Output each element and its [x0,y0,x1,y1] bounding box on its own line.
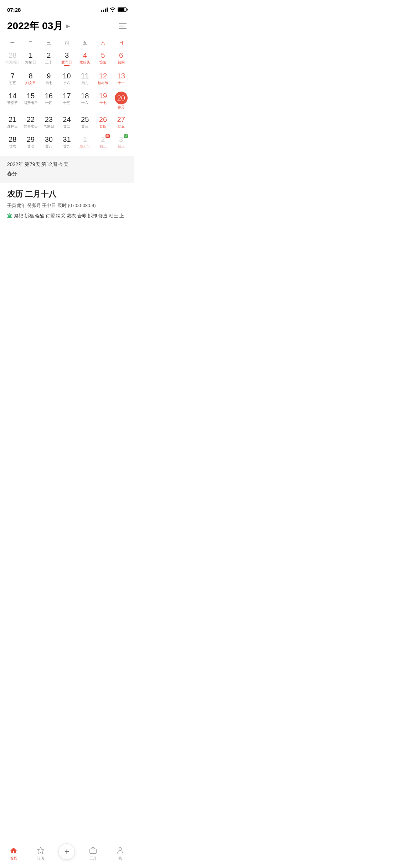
day-sub: 初五 [9,81,16,85]
day-cell[interactable]: 25廿三 [76,113,94,133]
day-number: 3休 [119,135,123,144]
day-cell[interactable]: 10初八 [58,69,76,89]
day-sub: 海豹日 [25,60,36,64]
day-cell[interactable]: 2三十 [40,49,58,69]
day-sub: 廿四 [99,124,107,129]
day-cell[interactable]: 4龙抬头 [76,49,94,69]
day-sub: 十七 [99,101,107,105]
day-cell[interactable]: 24廿二 [58,113,76,133]
month-arrow-icon: ▶ [66,23,70,29]
day-sub: 妇女节 [25,81,36,85]
day-number: 30 [45,135,53,144]
weekday-sat: 六 [94,38,112,47]
day-sub: 气象日 [43,124,54,129]
month-title-text: 2022年 03月 [7,19,63,33]
day-sub: 十六 [81,101,88,105]
day-cell[interactable]: 11初九 [76,69,94,89]
wifi-icon [110,7,115,12]
day-sub: 惊蛰 [99,60,107,64]
day-sub: 世界水日 [24,124,38,129]
day-number: 23 [45,115,53,124]
weekday-sun: 日 [112,38,130,47]
battery-icon [118,7,127,12]
day-number: 5 [101,51,105,60]
day-cell[interactable]: 20春分 [112,89,130,113]
weekday-tue: 二 [22,38,40,47]
day-cell[interactable]: 28廿六 [4,133,22,153]
day-cell[interactable]: 12植树节 [94,69,112,89]
day-sub: 初九 [81,81,88,85]
day-sub: 廿五 [118,124,125,129]
day-number: 7 [11,72,15,80]
menu-button[interactable] [119,24,127,29]
day-sub: 十一 [118,81,125,85]
day-cell[interactable]: 18十六 [76,89,94,113]
day-cell[interactable]: 15消费者日 [22,89,40,113]
day-sub: 廿六 [9,144,16,149]
day-sub: 罕见病日 [5,60,20,64]
day-cell[interactable]: 9初七 [40,69,58,89]
day-number: 11 [81,72,89,80]
day-number: 3 [65,51,69,60]
day-sub: 初三 [118,144,125,149]
calendar: 一 二 三 四 五 六 日 28罕见病日1海豹日2三十3爱耳日4龙抬头5惊蛰6初… [0,38,134,153]
yi-section: 宜 祭祀.祈福.斋醮.订盟.纳采.裁衣.合帐.拆卸.修造.动土.上 [7,212,127,219]
day-number: 9 [47,72,51,80]
day-cell[interactable]: 2班初二 [94,133,112,153]
day-number: 2班 [101,135,105,144]
day-cell[interactable]: 28罕见病日 [4,49,22,69]
day-number: 28 [9,135,16,144]
day-sub: 廿九 [63,144,70,149]
day-cell[interactable]: 1海豹日 [22,49,40,69]
day-sub: 初二 [99,144,107,149]
day-cell[interactable]: 19十七 [94,89,112,113]
day-number: 1 [83,135,87,144]
yi-content: 祭祀.祈福.斋醮.订盟.纳采.裁衣.合帐.拆卸.修造.动土.上 [14,212,124,219]
day-number: 18 [81,92,89,100]
day-cell[interactable]: 14警察节 [4,89,22,113]
day-cell[interactable]: 13十一 [112,69,130,89]
day-number: 21 [9,115,16,124]
day-cell[interactable]: 3休初三 [112,133,130,153]
day-cell[interactable]: 7初五 [4,69,22,89]
day-number: 19 [99,92,107,100]
day-number: 26 [99,115,107,124]
day-cell[interactable]: 23气象日 [40,113,58,133]
day-sub: 森林日 [7,124,18,129]
status-bar: 07:28 [0,0,134,16]
day-number: 2 [47,51,51,60]
day-cell[interactable]: 8妇女节 [22,69,40,89]
day-sub: 消费者日 [24,101,38,105]
day-cell[interactable]: 1愚人节 [76,133,94,153]
calendar-grid: 28罕见病日1海豹日2三十3爱耳日4龙抬头5惊蛰6初四7初五8妇女节9初七10初… [4,49,130,153]
info-section: 2022年 第79天 第12周 今天 春分 [0,156,134,183]
weekday-fri: 五 [76,38,94,47]
day-sub: 廿二 [63,124,70,129]
day-sub: 廿三 [81,124,88,129]
day-cell[interactable]: 17十五 [58,89,76,113]
signal-icon [101,7,108,12]
day-cell[interactable]: 21森林日 [4,113,22,133]
day-cell[interactable]: 16十四 [40,89,58,113]
weekday-thu: 四 [58,38,76,47]
day-cell[interactable]: 3爱耳日 [58,49,76,69]
day-number: 31 [63,135,71,144]
day-cell[interactable]: 30廿八 [40,133,58,153]
day-cell[interactable]: 6初四 [112,49,130,69]
day-cell[interactable]: 26廿四 [94,113,112,133]
day-number: 8 [29,72,33,80]
day-cell[interactable]: 5惊蛰 [94,49,112,69]
day-cell[interactable]: 27廿五 [112,113,130,133]
day-sub: 初七 [45,81,52,85]
day-cell[interactable]: 22世界水日 [22,113,40,133]
day-number: 17 [63,92,71,100]
day-number: 29 [27,135,35,144]
day-number: 4 [83,51,87,60]
yi-label: 宜 [7,212,12,219]
day-sub: 十四 [45,101,52,105]
day-cell[interactable]: 31廿九 [58,133,76,153]
day-cell[interactable]: 29廿七 [22,133,40,153]
month-title[interactable]: 2022年 03月 ▶ [7,19,70,33]
day-sub: 愚人节 [79,144,90,149]
status-time: 07:28 [7,7,21,13]
